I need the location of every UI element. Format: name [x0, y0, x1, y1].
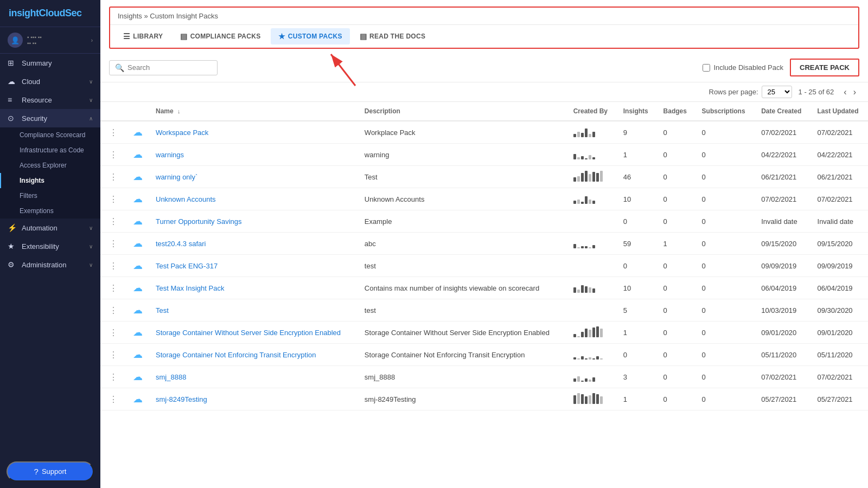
breadcrumb-parent[interactable]: Insights: [118, 12, 142, 20]
pack-name-link[interactable]: smj-8249Testing: [156, 395, 207, 403]
row-icon-cell: ☁: [126, 299, 149, 322]
pack-name-link[interactable]: Test: [156, 306, 169, 314]
cloud-pack-icon: ☁: [133, 194, 143, 204]
sidebar-item-administration[interactable]: ⚙ Administration ∨: [0, 255, 100, 274]
search-input[interactable]: [127, 63, 212, 72]
row-badges-cell: 0: [657, 144, 695, 166]
row-last-updated-cell: 06/04/2019: [811, 277, 868, 299]
row-menu-button[interactable]: ⋮: [107, 194, 120, 205]
row-menu-cell: ⋮: [100, 144, 126, 166]
row-menu-button[interactable]: ⋮: [107, 305, 120, 316]
sidebar-item-infrastructure-as-code[interactable]: Infrastructure as Code: [0, 143, 100, 158]
bar: [592, 358, 595, 359]
sidebar-item-label: Resource: [22, 96, 89, 104]
row-last-updated-cell: 09/09/2019: [811, 255, 868, 277]
row-insights-cell: 59: [617, 233, 657, 255]
row-menu-button[interactable]: ⋮: [107, 127, 120, 138]
col-name[interactable]: Name ↓: [149, 102, 358, 121]
sidebar-item-filters[interactable]: Filters: [0, 188, 100, 203]
row-name-cell: Storage Container Without Server Side En…: [149, 322, 358, 344]
bar: [581, 285, 584, 293]
pack-name-link[interactable]: Storage Container Without Server Side En…: [156, 329, 341, 337]
pack-name-link[interactable]: Test Pack ENG-317: [156, 262, 218, 270]
sidebar-item-exemptions[interactable]: Exemptions: [0, 203, 100, 219]
user-dots2: ▪▪ ▪▪: [27, 40, 42, 46]
row-date-created-cell: 07/02/2021: [755, 121, 810, 144]
bar: [581, 356, 584, 359]
row-description-cell: Example: [358, 210, 567, 233]
row-created-by-cell: [567, 210, 617, 233]
row-icon-cell: ☁: [126, 188, 149, 210]
sidebar-item-summary[interactable]: ⊞ Summary: [0, 54, 100, 72]
create-pack-button[interactable]: CREATE PACK: [790, 59, 859, 76]
tab-label: CUSTOM PACKS: [288, 33, 342, 40]
row-icon-cell: ☁: [126, 255, 149, 277]
pack-name-link[interactable]: test20.4.3 safari: [156, 240, 206, 248]
pack-name-link[interactable]: smj_8888: [156, 373, 186, 381]
row-created-by-cell: [567, 388, 617, 410]
tab-custom-packs[interactable]: ★ CUSTOM PACKS: [271, 28, 350, 44]
row-date-created-cell: 09/09/2019: [755, 255, 810, 277]
bar: [596, 326, 599, 337]
row-menu-button[interactable]: ⋮: [107, 371, 120, 383]
table-row: ⋮ ☁ Test test 5 0 0 10/03/2019 09/30/202…: [100, 299, 868, 322]
row-menu-button[interactable]: ⋮: [107, 394, 120, 405]
pack-name-link[interactable]: Workspace Pack: [156, 129, 208, 137]
pack-name-link[interactable]: warning only`: [156, 173, 197, 181]
row-menu-button[interactable]: ⋮: [107, 171, 120, 183]
row-insights-cell: 0: [617, 344, 657, 366]
row-date-created-cell: 07/02/2021: [755, 366, 810, 388]
row-insights-cell: 1: [617, 322, 657, 344]
sidebar-item-cloud[interactable]: ☁ Cloud ∨: [0, 72, 100, 91]
sidebar-item-insights[interactable]: Insights: [0, 173, 100, 188]
row-menu-button[interactable]: ⋮: [107, 349, 120, 361]
prev-page-button[interactable]: ‹: [840, 86, 850, 98]
bar: [589, 200, 591, 204]
tab-read-docs[interactable]: ▤ READ THE DOCS: [352, 28, 433, 44]
row-menu-button[interactable]: ⋮: [107, 238, 120, 249]
row-menu-button[interactable]: ⋮: [107, 260, 120, 272]
sidebar-item-compliance-scorecard[interactable]: Compliance Scorecard: [0, 127, 100, 143]
tab-compliance-packs[interactable]: ▤ COMPLIANCE PACKS: [173, 28, 268, 44]
row-last-updated-cell: 06/21/2021: [811, 166, 868, 188]
rows-per-page-select[interactable]: 25 50 100: [762, 86, 792, 98]
user-dots: ▪ ▪▪▪ ▪▪: [27, 34, 42, 40]
pack-name-link[interactable]: Unknown Accounts: [156, 195, 216, 203]
row-menu-button[interactable]: ⋮: [107, 216, 120, 227]
sidebar-item-access-explorer[interactable]: Access Explorer: [0, 158, 100, 173]
bar: [573, 244, 576, 248]
row-created-by-cell: [567, 188, 617, 210]
sidebar-item-label: Administration: [22, 261, 89, 269]
table-row: ⋮ ☁ warnings warning 1 0 0 04/22/2021 04…: [100, 144, 868, 166]
row-description-cell: warning: [358, 144, 567, 166]
read-docs-icon: ▤: [360, 32, 367, 41]
table-row: ⋮ ☁ Storage Container Not Enforcing Tran…: [100, 344, 868, 366]
row-insights-cell: 9: [617, 121, 657, 144]
tab-library[interactable]: ☰ LIBRARY: [116, 28, 170, 44]
sidebar-item-automation[interactable]: ⚡ Automation ∨: [0, 219, 100, 237]
sidebar-item-security[interactable]: ⊙ Security ∧: [0, 109, 100, 127]
col-badges: Badges: [657, 102, 695, 121]
sidebar-item-resource[interactable]: ≡ Resource ∨: [0, 91, 100, 109]
row-menu-button[interactable]: ⋮: [107, 282, 120, 294]
include-disabled-label[interactable]: Include Disabled Pack: [703, 63, 783, 72]
bar: [585, 378, 588, 382]
row-menu-button[interactable]: ⋮: [107, 327, 120, 338]
row-created-by-cell: [567, 277, 617, 299]
pack-name-link[interactable]: Storage Container Not Enforcing Transit …: [156, 351, 316, 359]
sidebar-item-extensibility[interactable]: ★ Extensibility ∨: [0, 237, 100, 255]
pack-name-link[interactable]: warnings: [156, 151, 184, 159]
compliance-packs-icon: ▤: [180, 32, 187, 41]
next-page-button[interactable]: ›: [850, 86, 859, 98]
pack-name-link[interactable]: Test Max Insight Pack: [156, 284, 224, 292]
row-menu-button[interactable]: ⋮: [107, 149, 120, 160]
include-disabled-checkbox[interactable]: [703, 64, 710, 72]
user-menu[interactable]: 👤 ▪ ▪▪▪ ▪▪ ▪▪ ▪▪ ›: [0, 27, 100, 54]
bar: [600, 171, 603, 182]
bar: [573, 134, 576, 137]
chevron-up-icon: ∧: [89, 115, 93, 121]
support-button[interactable]: ? Support: [7, 461, 94, 481]
bar: [573, 154, 576, 159]
search-box[interactable]: 🔍: [109, 60, 218, 75]
pack-name-link[interactable]: Turner Opportunity Savings: [156, 217, 241, 226]
